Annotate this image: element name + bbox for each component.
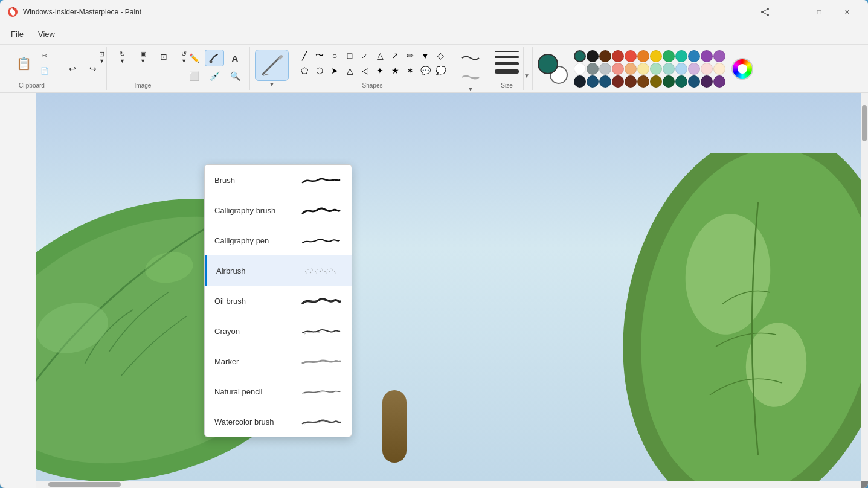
brush-item-brush[interactable]: Brush [205,165,352,195]
brush-item-watercolor-brush[interactable]: Watercolor brush [205,406,352,437]
color-white[interactable] [574,63,586,75]
shape-diamond[interactable]: ◇ [433,48,448,63]
color-mint[interactable] [650,63,662,75]
outline-button[interactable] [456,50,485,66]
cut-button[interactable]: ✂ [37,48,52,63]
shape-star4[interactable]: ✦ [373,63,387,78]
brush-item-calligraphy-brush[interactable]: Calligraphy brush [205,195,352,225]
shape-balloon2[interactable]: 💭 [433,63,448,78]
color-indigo[interactable] [701,75,713,88]
color-olive[interactable] [650,75,662,88]
color-navy[interactable] [574,75,586,88]
color-steel[interactable] [688,75,700,88]
shape-balloon1[interactable]: 💬 [418,63,432,78]
paste-button[interactable]: 📋 [12,49,36,78]
brush-item-crayon[interactable]: Crayon [205,316,352,346]
color-sky[interactable] [675,63,687,75]
color-red[interactable] [625,50,637,62]
shape-hexa[interactable]: ⬡ [312,63,327,78]
color-green[interactable] [663,50,675,62]
active-brush-display[interactable] [255,50,289,81]
fill-button[interactable] [456,69,485,86]
size-selector[interactable] [492,48,521,76]
rotate-button[interactable]: ↻▼ [113,48,132,65]
minimize-button[interactable]: – [777,2,805,22]
brush-item-airbrush[interactable]: Airbrush [205,255,352,286]
color-lemon[interactable] [713,63,725,75]
shape-up-arrow[interactable]: △ [342,63,357,78]
color-violet[interactable] [713,50,725,62]
shape-left-arrow[interactable]: ◁ [358,63,372,78]
shape-penta[interactable]: ⬠ [297,63,312,78]
foreground-color-swatch[interactable] [538,54,558,74]
color-teal[interactable] [675,50,687,62]
color-yellow[interactable] [650,50,662,62]
color-brown2[interactable] [625,75,637,88]
eraser-button[interactable]: ⬜ [184,68,204,85]
resize-button[interactable]: ⊡▼ [92,48,112,65]
copy-button[interactable]: 📄 [37,63,52,78]
shape-star5[interactable]: ★ [388,63,402,78]
select-button[interactable]: ▣▼ [133,48,153,65]
color-brown[interactable] [599,50,611,62]
scrollbar-horizontal[interactable] [36,481,861,488]
pencil-button[interactable]: ✏️ [184,50,204,66]
brush-button[interactable] [205,50,224,66]
color-pink-light[interactable] [612,63,624,75]
svg-point-27 [327,269,328,270]
undo-button[interactable]: ↩ [63,60,82,77]
maximize-button[interactable]: □ [805,2,833,22]
share-button[interactable] [756,2,775,22]
shape-star6[interactable]: ✶ [403,63,417,78]
color-peach[interactable] [625,63,637,75]
shape-arrow2[interactable]: ↗ [388,48,402,63]
color-red-dark[interactable] [612,50,624,62]
brush-item-natural-pencil[interactable]: Natural pencil [205,376,352,406]
color-teal-dark[interactable] [574,50,586,62]
color-forest[interactable] [663,75,675,88]
brush-preview-calligraphy-brush [300,204,342,216]
shape-pencil[interactable]: ✏ [403,48,417,63]
close-button[interactable]: ✕ [833,2,861,22]
color-blue[interactable] [688,50,700,62]
menu-file[interactable]: File [5,27,30,41]
color-wheel-button[interactable] [731,58,753,80]
shape-triangle[interactable]: △ [373,48,387,63]
color-blue-dark[interactable] [587,75,599,88]
size-dropdown-arrow[interactable]: ▼ [524,72,530,79]
color-teal-deep[interactable] [599,75,611,88]
shape-curve[interactable]: 〜 [312,48,327,63]
shape-arrow1[interactable]: ⟋ [358,48,372,63]
color-turquoise-light[interactable] [663,63,675,75]
brush-item-marker[interactable]: Marker [205,346,352,376]
color-sienna[interactable] [637,75,649,88]
color-silver[interactable] [599,63,611,75]
color-grape[interactable] [713,75,725,88]
color-pink-pale[interactable] [701,63,713,75]
crop-button[interactable]: ⊡ [154,48,173,65]
shape-rect[interactable]: □ [342,48,357,63]
scrollbar-vertical[interactable] [861,93,868,481]
color-orange[interactable] [637,50,649,62]
brush-item-natural-pencil-label: Natural pencil [214,387,300,396]
color-lavender[interactable] [688,63,700,75]
color-gray[interactable] [587,63,599,75]
menu-view[interactable]: View [32,27,61,41]
text-button[interactable]: A [225,50,245,66]
color-purple[interactable] [701,50,713,62]
zoom-button[interactable]: 🔍 [225,68,245,85]
shape-more[interactable]: ▼ [418,48,432,63]
color-teal3[interactable] [675,75,687,88]
shape-oval[interactable]: ○ [327,48,342,63]
eyedropper-button[interactable]: 💉 [205,68,224,85]
svg-line-7 [762,12,768,15]
shape-right-arrow[interactable]: ➤ [327,63,342,78]
shape-line[interactable]: ╱ [297,48,312,63]
menu-bar: File View [0,24,868,45]
color-cream[interactable] [637,63,649,75]
brush-item-oil-brush[interactable]: Oil brush [205,286,352,316]
brush-item-calligraphy-pen[interactable]: Calligraphy pen [205,225,352,255]
color-maroon[interactable] [612,75,624,88]
color-black[interactable] [587,50,599,62]
canvas-container[interactable] [36,93,868,488]
